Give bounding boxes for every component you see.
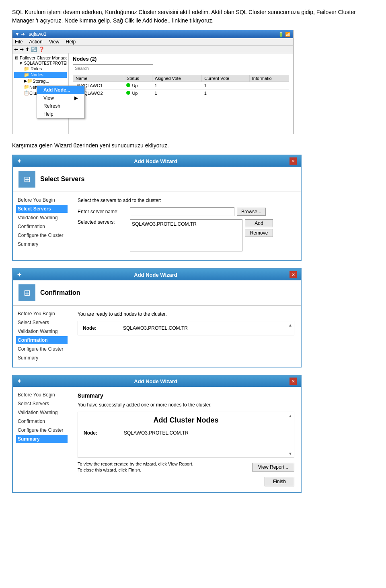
ws1-step1[interactable]: Select Servers bbox=[16, 205, 68, 213]
selected-servers-label: Selected servers: bbox=[78, 219, 130, 225]
scroll-up-icon: ▲ bbox=[288, 323, 292, 327]
finish-button[interactable]: Finish bbox=[265, 477, 294, 486]
wizard2-body: Before You Begin Select Servers Validati… bbox=[13, 306, 301, 367]
nodes-table: Name Status Asigned Vote Current Vote In… bbox=[73, 75, 289, 97]
cm-add-node[interactable]: Add Node... bbox=[37, 86, 84, 94]
tree-roles[interactable]: 📁 Roles bbox=[14, 66, 67, 72]
menu-action[interactable]: Action bbox=[29, 39, 42, 45]
wizard1-icon: ✦ bbox=[17, 158, 22, 164]
wizard2-close[interactable]: ✕ bbox=[290, 271, 297, 278]
browse-button[interactable]: Browse... bbox=[237, 208, 266, 216]
wizard3-close[interactable]: ✕ bbox=[290, 378, 297, 385]
wizard3-section-title: Summary bbox=[78, 392, 294, 399]
status-dot-green-2 bbox=[126, 91, 130, 95]
wizard1-titlebar: ✦ Add Node Wizard ✕ bbox=[13, 155, 301, 167]
ws3-step0: Before You Begin bbox=[16, 391, 68, 399]
wizard2-titlebar: ✦ Add Node Wizard ✕ bbox=[13, 269, 301, 280]
ws3-step5[interactable]: Summary bbox=[16, 435, 68, 443]
tree-root: 🖥 Failover Cluster Manager bbox=[14, 55, 67, 61]
search-input[interactable] bbox=[73, 64, 153, 72]
fcm-window: ▼ ➜ sqlawo1 🔋 📶 File Action View Help ⬅ … bbox=[12, 30, 294, 134]
fcm-window-controls: 🔋 📶 bbox=[278, 32, 291, 37]
wizard1-sidebar: Before You Begin Select Servers Validati… bbox=[13, 192, 71, 260]
toolbar-forward[interactable]: ➡ bbox=[20, 47, 24, 52]
wizard2-sidebar: Before You Begin Select Servers Validati… bbox=[13, 306, 71, 367]
scroll-up-icon-2: ▲ bbox=[288, 414, 292, 418]
server-name-input[interactable] bbox=[130, 207, 234, 216]
wizard1-header-icon: ⊞ bbox=[18, 171, 35, 188]
status-dot-green bbox=[126, 83, 130, 87]
toolbar-help: ❓ bbox=[39, 47, 45, 52]
inner-box-title: Add Cluster Nodes bbox=[84, 416, 288, 425]
network-icon: 📁 bbox=[24, 84, 29, 90]
menu-help[interactable]: Help bbox=[66, 39, 76, 45]
menu-view[interactable]: View bbox=[49, 39, 60, 45]
selected-servers-box: SQLAWO3.PROTEL.COM.TR bbox=[130, 219, 242, 251]
ws1-step0[interactable]: Before You Begin bbox=[16, 196, 68, 204]
wizard1-close[interactable]: ✕ bbox=[290, 157, 297, 165]
wizard2-content: You are ready to add nodes to the cluste… bbox=[71, 306, 301, 367]
tree-cluster[interactable]: ▼ SQLAWOTEST.PROTEL.COM.TR bbox=[14, 61, 67, 66]
context-menu: Add Node... View ▶ Refresh Help bbox=[37, 86, 85, 118]
summary-node-label: Node: bbox=[84, 430, 108, 436]
cm-refresh[interactable]: Refresh bbox=[37, 102, 84, 110]
toolbar-back[interactable]: ⬅ bbox=[14, 47, 18, 52]
cm-help[interactable]: Help bbox=[37, 110, 84, 118]
remove-button[interactable]: Remove bbox=[245, 229, 273, 237]
row1-asigned: 1 bbox=[152, 82, 201, 90]
ws1-step3: Confirmation bbox=[16, 223, 68, 231]
cm-view[interactable]: View ▶ bbox=[37, 94, 84, 102]
finish-footer: Finish bbox=[78, 477, 294, 486]
cm-arrow: ▶ bbox=[74, 95, 78, 101]
wizard2-icon: ✦ bbox=[17, 272, 22, 278]
view-report-footer: To view the report created by the wizard… bbox=[78, 461, 294, 474]
toolbar-refresh[interactable]: 🔃 bbox=[31, 47, 37, 52]
cluster-item-icon: 📋 bbox=[24, 90, 29, 96]
para-2: Karşımıza gelen Wizard üzerinden yeni su… bbox=[12, 141, 374, 150]
row1-current: 1 bbox=[202, 82, 250, 90]
wizard3-title: Add Node Wizard bbox=[134, 378, 177, 384]
ws3-step2: Validation Warning bbox=[16, 408, 68, 416]
wizard3-sidebar: Before You Begin Select Servers Validati… bbox=[13, 387, 71, 492]
row2-asigned: 1 bbox=[152, 90, 201, 97]
summary-node-row: Node: SQLAWO3.PROTEL.COM.TR bbox=[84, 429, 288, 437]
enter-server-label: Enter server name: bbox=[78, 209, 130, 214]
fcm-menubar: File Action View Help bbox=[12, 38, 293, 46]
wizard3-icon: ✦ bbox=[17, 378, 22, 384]
table-row[interactable]: 🖥 SQLAWO1 Up 1 1 bbox=[73, 82, 289, 90]
report-line2: To close this wizard, click Finish. bbox=[78, 467, 193, 473]
wizard1-body: Before You Begin Select Servers Validati… bbox=[13, 192, 301, 260]
ws3-step3: Confirmation bbox=[16, 417, 68, 425]
row2-current: 1 bbox=[202, 90, 250, 97]
ws2-step3[interactable]: Confirmation bbox=[16, 336, 68, 344]
wizard1-description: Select the servers to add to the cluster… bbox=[78, 198, 294, 203]
enter-server-row: Enter server name: Browse... bbox=[78, 207, 294, 216]
wizard3-content: Summary You have successfully added one … bbox=[71, 387, 301, 492]
tree-storage[interactable]: ▶ 📁 Storag... bbox=[14, 78, 67, 84]
row2-status: Up bbox=[124, 90, 152, 97]
storage-icon: 📁 bbox=[27, 78, 33, 84]
wizard1-section-title: Select Servers bbox=[40, 176, 84, 183]
fcm-body: 🖥 Failover Cluster Manager ▼ SQLAWOTEST.… bbox=[12, 53, 293, 134]
wizard1-title: Add Node Wizard bbox=[134, 158, 177, 164]
tree-nodes[interactable]: 📁 Nodes bbox=[14, 72, 67, 78]
fcm-main: Nodes (2) Name Status Asigned Vote Curre… bbox=[69, 53, 293, 134]
confirmation-table: ▲ Node: SQLAWO3.PROTEL.COM.TR bbox=[78, 321, 294, 335]
wizard1-content: Select the servers to add to the cluster… bbox=[71, 192, 301, 260]
view-report-button[interactable]: View Report... bbox=[252, 463, 294, 472]
summary-node-value: SQLAWO3.PROTEL.COM.TR bbox=[124, 430, 189, 436]
col-current: Current Vote bbox=[202, 75, 250, 82]
ws2-step5: Summary bbox=[16, 354, 68, 362]
wizard3-window: ✦ Add Node Wizard ✕ Before You Begin Sel… bbox=[12, 375, 302, 493]
table-row[interactable]: 🖥 SQLAWO2 Up 1 1 bbox=[73, 90, 289, 97]
wizard2-description: You are ready to add nodes to the cluste… bbox=[78, 311, 294, 317]
report-line1: To view the report created by the wizard… bbox=[78, 461, 193, 467]
menu-file[interactable]: File bbox=[15, 39, 23, 45]
wizard2-header-icon: ⊞ bbox=[18, 284, 35, 301]
add-button[interactable]: Add bbox=[245, 219, 273, 227]
wizard3-description: You have successfully added one or more … bbox=[78, 402, 294, 408]
toolbar-up[interactable]: ⬆ bbox=[25, 47, 29, 52]
row1-info bbox=[249, 82, 289, 90]
ws1-step5: Summary bbox=[16, 240, 68, 248]
conf-row: Node: SQLAWO3.PROTEL.COM.TR bbox=[83, 324, 289, 333]
